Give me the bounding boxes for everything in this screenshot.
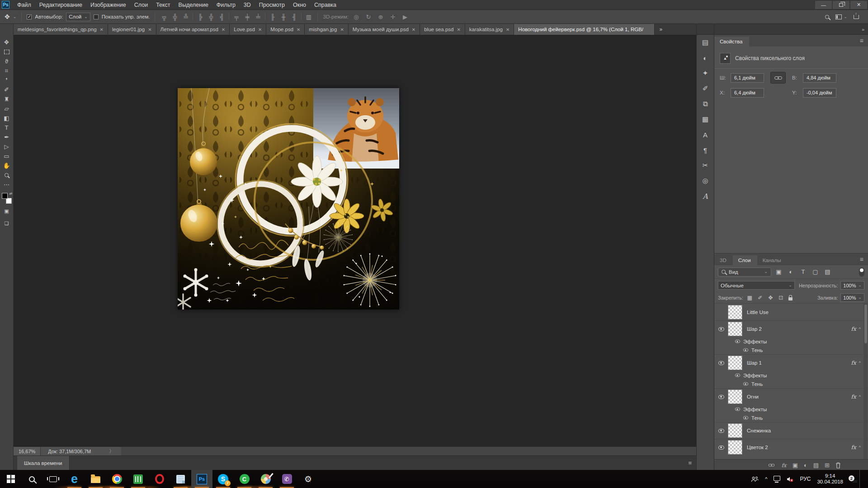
search-icon[interactable] [825, 15, 829, 19]
lock-option-icon[interactable]: ▦ [746, 295, 754, 301]
people-icon[interactable] [751, 476, 759, 482]
delete-layer-icon[interactable] [835, 462, 841, 469]
brush-tool[interactable]: ✐ [1, 85, 13, 94]
tab-close-icon[interactable]: ✕ [457, 27, 460, 32]
layer-row[interactable]: Эффекты fx ^ [714, 405, 868, 413]
visibility-eye-icon[interactable] [743, 416, 748, 420]
link-dimensions-button[interactable] [770, 72, 786, 84]
align-icon[interactable]: ╟ [269, 14, 276, 20]
align-icon[interactable]: ╧ [254, 14, 262, 20]
layer-thumbnail[interactable] [728, 356, 742, 370]
layer-thumbnail[interactable] [728, 389, 742, 404]
taskbar-search-button[interactable] [21, 470, 42, 488]
tab-3d[interactable]: 3D [714, 255, 733, 265]
layer-name[interactable]: Тень [751, 415, 763, 421]
layer-row[interactable]: Эффекты fx ^ [714, 337, 868, 346]
collapse-effects-icon[interactable]: ^ [859, 361, 861, 365]
visibility-eye-icon[interactable] [735, 340, 740, 343]
layer-fx-badge[interactable]: fx ^ [851, 394, 861, 400]
opacity-field[interactable]: 100% ⌄ [840, 281, 864, 290]
align-icon[interactable]: ╬ [171, 14, 179, 20]
align-icon[interactable]: ╦ [160, 14, 168, 20]
align-icon[interactable]: ╫ [279, 14, 287, 20]
menu-item[interactable]: Просмотр [255, 0, 289, 10]
eraser-tool[interactable]: ▱ [1, 104, 13, 113]
menu-item[interactable]: Выделение [175, 0, 212, 10]
close-button[interactable]: ✕ [850, 1, 867, 9]
open-document[interactable] [178, 88, 399, 310]
camtasia-taskbar-button[interactable]: C [234, 470, 255, 488]
document-tab[interactable]: Музыка моей души.psd ✕ [349, 24, 420, 35]
swap-colors-icon[interactable]: ⇄ [9, 192, 13, 196]
language-indicator[interactable]: РУС [800, 476, 811, 482]
screen-mode-button[interactable]: ❏ [1, 219, 13, 228]
chevron-down-icon[interactable]: ⌄ [13, 15, 17, 19]
visibility-eye-icon[interactable] [735, 408, 740, 411]
lock-option-icon[interactable]: ✐ [756, 295, 764, 301]
tab-close-icon[interactable]: ✕ [340, 27, 344, 32]
layer-filter-icon[interactable]: ▢ [811, 268, 820, 275]
document-tab[interactable]: mishgan.jpg ✕ [305, 24, 348, 35]
lock-option-icon[interactable]: ✥ [767, 295, 774, 301]
layer-row[interactable]: Эффекты fx ^ [714, 371, 868, 380]
menu-item[interactable]: Текст [152, 0, 174, 10]
layer-name[interactable]: Цветок 2 [747, 445, 768, 450]
document-tab[interactable]: Море.psd ✕ [266, 24, 305, 35]
document-tab[interactable]: karakatitsa.jpg ✕ [465, 24, 514, 35]
mode3d-icon[interactable]: ✛ [388, 14, 397, 20]
layer-filter-icon[interactable]: ▣ [774, 268, 783, 275]
color-swatches[interactable]: ⇄ [2, 193, 12, 204]
width-field[interactable]: 6,1 дюйм [731, 73, 764, 83]
panel-menu-icon[interactable]: ≡ [860, 256, 868, 263]
more-tools[interactable]: ⋯ [1, 180, 13, 189]
layer-row[interactable]: Цветок 2 fx ^ [714, 439, 868, 455]
layer-name[interactable]: Тень [751, 381, 763, 387]
align-icon[interactable]: ╠ [196, 14, 204, 20]
layer-mask-icon[interactable]: ▣ [793, 462, 798, 469]
visibility-eye-icon[interactable] [718, 327, 724, 331]
layer-fx-badge[interactable]: fx ^ [851, 326, 861, 332]
chrome-taskbar-button[interactable] [106, 470, 127, 488]
chevron-down-icon[interactable]: ⌄ [844, 15, 847, 19]
minimize-button[interactable]: — [815, 1, 832, 9]
tab-close-icon[interactable]: ✕ [258, 27, 262, 32]
align-icon[interactable] [301, 13, 302, 20]
x-field[interactable]: 6,4 дюйм [731, 88, 764, 98]
character-panel-icon[interactable]: A [697, 127, 714, 142]
eyedropper-tool[interactable]: ❜ [1, 75, 13, 85]
adjustment-layer-icon[interactable]: ◐ [804, 462, 807, 469]
path-select-tool[interactable]: ▷ [1, 142, 13, 151]
document-tab[interactable]: meldesigns_favoritethings_qp.png ✕ [14, 24, 108, 35]
height-field[interactable]: 4,84 дюйм [803, 73, 836, 83]
status-chevron-icon[interactable]: 〉 [109, 448, 114, 455]
tab-close-icon[interactable]: ✕ [222, 27, 225, 32]
menu-item[interactable]: Фильтр [212, 0, 240, 10]
layer-row[interactable]: Тень fx ^ [714, 380, 868, 388]
settings-taskbar-button[interactable]: ⚙ [297, 470, 319, 488]
show-desktop-button[interactable] [859, 470, 862, 488]
y-field[interactable]: -0,04 дюйм [803, 88, 836, 98]
align-icon[interactable]: ╢ [290, 14, 298, 20]
link-layers-icon[interactable] [768, 464, 775, 467]
layer-name[interactable]: Снежинка [747, 428, 771, 433]
viber-taskbar-button[interactable]: ✆ [276, 470, 297, 488]
align-icon[interactable]: ╬ [207, 14, 215, 20]
tab-channels[interactable]: Каналы [757, 255, 788, 265]
edge-taskbar-button[interactable]: e [64, 470, 85, 488]
layer-row[interactable]: Шар 1 fx ^ [714, 354, 868, 371]
mode3d-icon[interactable]: ↻ [364, 14, 373, 20]
tab-layers[interactable]: Слои [733, 255, 757, 265]
glyphs-panel-icon[interactable]: A [697, 188, 714, 204]
quick-mask-button[interactable]: ▣ [1, 206, 13, 216]
taskbar-clock[interactable]: 9:14 30.04.2018 [817, 473, 843, 485]
visibility-eye-icon[interactable] [718, 361, 724, 365]
document-tab[interactable]: blue sea.psd ✕ [420, 24, 465, 35]
blend-mode-select[interactable]: Обычные ⌄ [718, 281, 795, 290]
show-controls-checkbox[interactable]: . [94, 14, 99, 19]
layer-name[interactable]: Огни [747, 394, 759, 399]
network-icon[interactable] [774, 476, 780, 481]
align-icon[interactable]: ╪ [243, 14, 251, 20]
layer-name[interactable]: Тень [751, 347, 763, 353]
collapse-effects-icon[interactable]: ^ [859, 445, 861, 450]
layer-thumbnail[interactable] [728, 423, 742, 438]
